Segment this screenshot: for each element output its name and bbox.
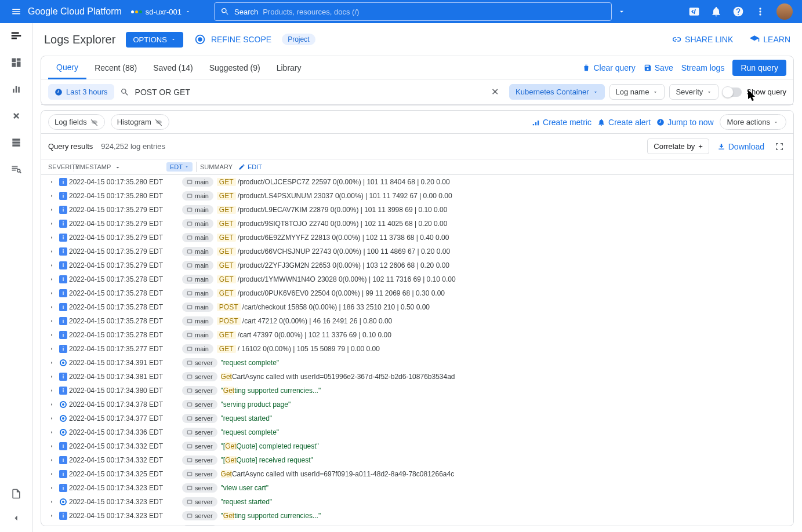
container-tag[interactable]: main — [182, 177, 213, 187]
storage-icon[interactable] — [9, 136, 23, 150]
log-row[interactable]: i2022-04-15 00:17:35.279 EDTmainGET /pro… — [41, 217, 793, 231]
log-row[interactable]: i2022-04-15 00:17:35.278 EDTmainGET /pro… — [41, 286, 793, 300]
clear-filter-icon[interactable]: ✕ — [487, 86, 503, 97]
container-tag[interactable]: server — [182, 469, 217, 479]
log-fields-chip[interactable]: Log fields — [48, 114, 105, 130]
log-row[interactable]: i2022-04-15 00:17:35.280 EDTmainGET /pro… — [41, 189, 793, 203]
expand-icon[interactable] — [46, 513, 57, 519]
tab-saved[interactable]: Saved (14) — [145, 56, 201, 79]
container-tag[interactable]: server — [182, 511, 217, 520]
query-text[interactable]: POST OR GET — [135, 88, 481, 97]
expand-icon[interactable] — [46, 304, 57, 310]
log-row[interactable]: 2022-04-15 00:17:34.378 EDTserver"servin… — [41, 398, 793, 411]
container-tag[interactable]: server — [182, 497, 217, 507]
container-tag[interactable]: server — [182, 525, 217, 526]
expand-icon[interactable] — [46, 235, 57, 241]
log-row[interactable]: i2022-04-15 00:17:35.277 EDTmainGET / 16… — [41, 342, 793, 356]
expand-icon[interactable] — [46, 179, 57, 185]
log-row[interactable]: 2022-04-15 00:17:34.377 EDTserver"reques… — [41, 411, 793, 425]
log-row[interactable]: 2022-04-15 00:17:34.320 EDTserver"reques… — [41, 523, 793, 526]
log-row[interactable]: i2022-04-15 00:17:34.323 EDTserver"Getti… — [41, 509, 793, 523]
log-row[interactable]: 2022-04-15 00:17:34.391 EDTserver"reques… — [41, 356, 793, 370]
expand-icon[interactable] — [46, 416, 57, 421]
clear-query-button[interactable]: Clear query — [582, 63, 635, 72]
log-row[interactable]: i2022-04-15 00:17:34.325 EDTserverGetCar… — [41, 467, 793, 481]
project-selector[interactable]: sd-uxr-001 — [131, 8, 191, 16]
container-tag[interactable]: server — [182, 414, 217, 423]
metrics-icon[interactable] — [9, 82, 23, 96]
container-tag[interactable]: main — [182, 289, 213, 298]
container-tag[interactable]: server — [182, 400, 217, 409]
container-tag[interactable]: main — [182, 275, 213, 284]
logname-chip[interactable]: Log name — [609, 84, 665, 100]
timezone-selector[interactable]: EDT — [166, 162, 193, 172]
expand-icon[interactable] — [46, 221, 57, 227]
log-list[interactable]: i2022-04-15 00:17:35.280 EDTmainGET /pro… — [41, 175, 793, 526]
expand-icon[interactable] — [46, 346, 57, 352]
container-tag[interactable]: main — [182, 205, 213, 214]
help-icon[interactable] — [732, 6, 744, 17]
container-tag[interactable]: main — [182, 191, 213, 201]
container-tag[interactable]: server — [182, 386, 217, 395]
log-row[interactable]: i2022-04-15 00:17:35.278 EDTmainPOST /ca… — [41, 314, 793, 328]
share-link-button[interactable]: SHARE LINK — [671, 34, 733, 45]
cloud-shell-icon[interactable] — [688, 6, 700, 17]
gcp-logo[interactable]: Google Cloud Platform — [28, 6, 122, 17]
resource-chip[interactable]: Kubernetes Container — [509, 84, 604, 100]
hamburger-menu-icon[interactable] — [5, 6, 28, 17]
tab-suggested[interactable]: Suggested (9) — [201, 56, 268, 79]
expand-icon[interactable] — [46, 402, 57, 407]
expand-icon[interactable] — [46, 193, 57, 199]
show-query-toggle[interactable] — [723, 88, 742, 97]
histogram-chip[interactable]: Histogram — [111, 114, 169, 130]
search-dropdown-icon[interactable] — [612, 8, 632, 16]
download-button[interactable]: Download — [717, 142, 764, 151]
create-alert-button[interactable]: Create alert — [597, 118, 651, 127]
log-row[interactable]: i2022-04-15 00:17:35.279 EDTmainGET /pro… — [41, 245, 793, 258]
expand-icon[interactable] — [46, 374, 57, 380]
log-row[interactable]: i2022-04-15 00:17:35.279 EDTmainGET /pro… — [41, 258, 793, 272]
expand-icon[interactable] — [46, 276, 57, 282]
expand-icon[interactable] — [46, 360, 57, 366]
tab-recent[interactable]: Recent (88) — [86, 56, 145, 79]
expand-icon[interactable] — [46, 249, 57, 254]
container-tag[interactable]: main — [182, 303, 213, 312]
log-row[interactable]: i2022-04-15 00:17:34.332 EDTserver"[GetQ… — [41, 453, 793, 467]
release-notes-icon[interactable] — [9, 487, 23, 501]
logs-explorer-icon[interactable] — [9, 29, 23, 43]
expand-icon[interactable] — [46, 443, 57, 449]
expand-icon[interactable] — [46, 388, 57, 393]
severity-chip[interactable]: Severity — [669, 84, 718, 100]
run-query-button[interactable]: Run query — [732, 60, 786, 76]
expand-icon[interactable] — [46, 471, 57, 477]
tab-library[interactable]: Library — [268, 56, 310, 79]
learn-button[interactable]: LEARN — [749, 34, 790, 45]
refine-scope-button[interactable]: REFINE SCOPE — [194, 33, 271, 46]
log-row[interactable]: 2022-04-15 00:17:34.336 EDTserver"reques… — [41, 425, 793, 439]
container-tag[interactable]: server — [182, 372, 217, 381]
correlate-button[interactable]: Correlate by + — [647, 139, 709, 154]
container-tag[interactable]: server — [182, 442, 217, 451]
log-row[interactable]: i2022-04-15 00:17:34.323 EDTserver"view … — [41, 481, 793, 495]
expand-icon[interactable] — [46, 332, 57, 338]
container-tag[interactable]: main — [182, 330, 213, 340]
sort-desc-icon[interactable] — [114, 163, 121, 170]
create-metric-button[interactable]: Create metric — [532, 118, 591, 127]
more-actions-button[interactable]: More actions — [720, 114, 786, 130]
container-tag[interactable]: main — [182, 247, 213, 256]
expand-icon[interactable] — [46, 263, 57, 268]
notifications-icon[interactable] — [710, 6, 722, 17]
container-tag[interactable]: main — [182, 344, 213, 354]
logs-dashboard-icon[interactable] — [9, 56, 23, 70]
log-row[interactable]: i2022-04-15 00:17:34.380 EDTserver"Getti… — [41, 384, 793, 398]
fullscreen-icon[interactable] — [772, 142, 786, 151]
jump-to-now-button[interactable]: Jump to now — [656, 118, 713, 127]
options-button[interactable]: OPTIONS — [126, 32, 183, 48]
log-row[interactable]: i2022-04-15 00:17:35.278 EDTmainPOST /ca… — [41, 300, 793, 314]
container-tag[interactable]: server — [182, 428, 217, 437]
expand-icon[interactable] — [46, 485, 57, 491]
container-tag[interactable]: main — [182, 219, 213, 228]
col-timestamp[interactable]: TIMESTAMP — [74, 163, 111, 170]
log-row[interactable]: i2022-04-15 00:17:35.280 EDTmainGET /pro… — [41, 175, 793, 189]
container-tag[interactable]: main — [182, 261, 213, 270]
